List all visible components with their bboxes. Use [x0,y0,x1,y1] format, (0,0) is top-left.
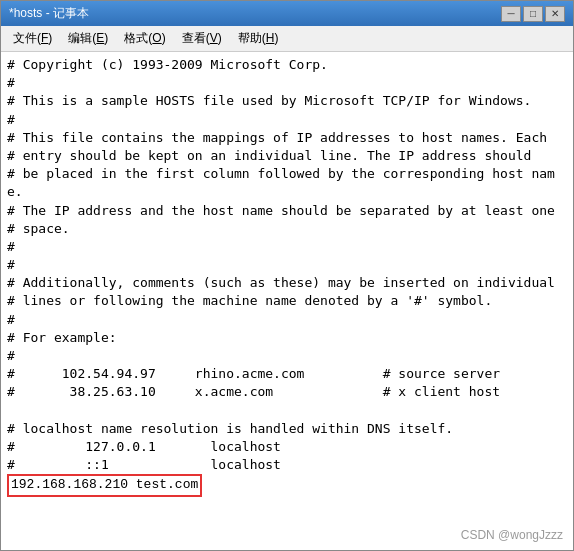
text-content: # Copyright (c) 1993-2009 Microsoft Corp… [7,56,567,474]
text-editor[interactable]: # Copyright (c) 1993-2009 Microsoft Corp… [1,52,573,550]
title-bar: *hosts - 记事本 ─ □ ✕ [1,1,573,26]
watermark-text: CSDN @wongJzzz [461,528,563,542]
title-text: *hosts - 记事本 [9,5,501,22]
title-buttons: ─ □ ✕ [501,6,565,22]
menu-bar: 文件(F) 编辑(E) 格式(O) 查看(V) 帮助(H) [1,26,573,52]
menu-help[interactable]: 帮助(H) [230,28,287,49]
menu-file[interactable]: 文件(F) [5,28,60,49]
close-button[interactable]: ✕ [545,6,565,22]
notepad-window: *hosts - 记事本 ─ □ ✕ 文件(F) 编辑(E) 格式(O) 查看(… [0,0,574,551]
minimize-button[interactable]: ─ [501,6,521,22]
maximize-button[interactable]: □ [523,6,543,22]
menu-view[interactable]: 查看(V) [174,28,230,49]
content-wrapper: # Copyright (c) 1993-2009 Microsoft Corp… [1,52,573,550]
menu-format[interactable]: 格式(O) [116,28,173,49]
menu-edit[interactable]: 编辑(E) [60,28,116,49]
highlight-entry: 192.168.168.210 test.com [7,474,202,496]
